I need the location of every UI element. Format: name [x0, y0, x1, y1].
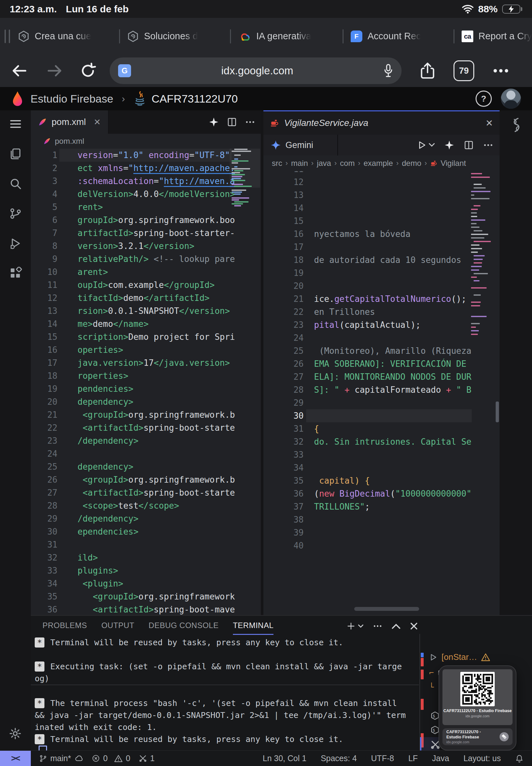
- code-line: 38: [263, 513, 500, 526]
- cursor-position[interactable]: Ln 30, Col 1: [263, 754, 307, 763]
- run-button[interactable]: [417, 140, 435, 150]
- remote-indicator[interactable]: ><: [0, 751, 31, 766]
- notifications-bell-icon[interactable]: [515, 754, 524, 763]
- language-mode[interactable]: Java: [432, 754, 449, 763]
- code-line: 26 <groupId>org.springframework.b: [31, 473, 261, 486]
- code-line: 15: [263, 214, 500, 227]
- help-button[interactable]: ?: [476, 91, 492, 107]
- code-editor-pom[interactable]: 1version="1.0" encoding="UTF-8"2ect xmln…: [31, 149, 261, 615]
- close-panel-icon[interactable]: [410, 622, 418, 630]
- browser-tab-account-recovery[interactable]: F Account Rec: [347, 30, 450, 42]
- explorer-icon[interactable]: [9, 147, 22, 160]
- code-line: 36 <artifactId>spring-boot-mave: [31, 603, 261, 615]
- menu-icon[interactable]: [9, 117, 22, 130]
- code-line: 33: [263, 448, 500, 461]
- gemini-rail-icon[interactable]: [509, 117, 523, 132]
- screen: 12:23 a.m. Lun 16 de feb 88% Crea una cu…: [0, 0, 532, 766]
- share-icon[interactable]: [420, 62, 435, 80]
- code-line: 22 <artifactId>spring-boot-starte: [31, 421, 261, 434]
- encoding[interactable]: UTF-8: [371, 754, 394, 763]
- reload-button[interactable]: [80, 63, 96, 79]
- run-debug-icon[interactable]: [9, 237, 22, 250]
- code-editor-java[interactable]: 111213141516nyectamos la bóveda1718de au…: [263, 171, 500, 616]
- source-control-icon[interactable]: [9, 207, 22, 220]
- search-icon[interactable]: [9, 177, 22, 190]
- preview-link-row[interactable]: CAFR731122U70 - Estudio Firebase idx.goo…: [442, 728, 513, 745]
- tab-terminal[interactable]: TERMINAL: [233, 621, 273, 635]
- task-item-hidden[interactable]: $_: [430, 725, 440, 735]
- code-line: 11oupId>com.example</groupId>: [31, 278, 261, 291]
- product-title[interactable]: Estudio Firebase: [30, 92, 113, 105]
- mic-icon[interactable]: [383, 64, 393, 78]
- breadcrumb-item[interactable]: java: [317, 159, 331, 168]
- breadcrumb[interactable]: src›main›java›com›example›demo›Vigilant: [263, 155, 500, 171]
- task-item-hidden[interactable]: $_: [430, 711, 440, 720]
- activity-bar: [0, 110, 31, 750]
- back-button[interactable]: [11, 63, 28, 79]
- code-line: 30: [263, 409, 500, 422]
- browser-tab-ia-generativa[interactable]: IA generativa: [235, 31, 339, 42]
- extensions-icon[interactable]: [9, 267, 22, 280]
- gemini-sparkle-icon[interactable]: [209, 117, 219, 127]
- split-editor-icon[interactable]: [227, 117, 237, 127]
- horizontal-scrollbar[interactable]: [354, 607, 419, 611]
- breadcrumb-item[interactable]: example: [364, 159, 393, 168]
- gemini-sparkle-icon[interactable]: [444, 140, 454, 150]
- avatar[interactable]: [501, 89, 521, 109]
- battery-percent: 88%: [478, 4, 498, 15]
- keyboard-layout[interactable]: Layout: us: [464, 754, 501, 763]
- forward-button[interactable]: [46, 63, 63, 79]
- google-cloud-icon: [238, 31, 251, 42]
- tab-count-button[interactable]: 79: [453, 60, 474, 81]
- breadcrumb-item[interactable]: Vigilant: [441, 159, 466, 168]
- indentation[interactable]: Spaces: 4: [321, 754, 357, 763]
- code-line: 23/dependency>: [31, 434, 261, 447]
- minimap[interactable]: [231, 149, 259, 207]
- panel-more-icon[interactable]: [373, 624, 382, 628]
- breadcrumb[interactable]: pom.xml: [31, 134, 261, 149]
- breadcrumb-item[interactable]: com: [340, 159, 355, 168]
- browser-tab-report-crypto[interactable]: ca Report a Cry: [458, 30, 532, 42]
- tab-output[interactable]: OUTPUT: [101, 621, 134, 635]
- browser-tab-crea-una-cuenta[interactable]: Crea una cue: [15, 30, 115, 42]
- code-line: 30ependencies>: [31, 525, 261, 538]
- minimap[interactable]: [470, 173, 497, 342]
- browser-menu-icon[interactable]: [492, 67, 509, 74]
- firebase-logo-icon: [11, 91, 24, 106]
- task-item-onstart[interactable]: [onStar…: [429, 652, 490, 662]
- breadcrumb-item[interactable]: src: [272, 159, 282, 168]
- tab-pom-xml[interactable]: pom.xml ✕: [31, 110, 108, 134]
- code-line: 5rent>: [31, 201, 261, 213]
- tab-problems[interactable]: PROBLEMS: [42, 621, 87, 635]
- browser-tab-soluciones[interactable]: Soluciones d: [124, 30, 226, 42]
- code-line: 23pital(capitalActual);: [263, 318, 500, 331]
- more-actions-icon[interactable]: [483, 143, 493, 147]
- terminal-output[interactable]: *Terminal will be reused by tasks, press…: [31, 637, 419, 751]
- breadcrumb-item[interactable]: demo: [402, 159, 421, 168]
- problems-indicator[interactable]: 0 0: [92, 754, 130, 763]
- branch-indicator[interactable]: main*: [39, 754, 83, 763]
- translate-icon[interactable]: G: [118, 64, 131, 77]
- maximize-panel-icon[interactable]: [392, 623, 400, 629]
- workspace-preview-card[interactable]: CAFR731122U70 - Estudio Firebase idx.goo…: [439, 665, 516, 750]
- url-bar[interactable]: G idx.google.com: [110, 57, 402, 84]
- code-line: 19pendencies>: [31, 382, 261, 395]
- more-actions-icon[interactable]: [245, 120, 255, 124]
- code-line: 13: [263, 188, 500, 201]
- vertical-scrollbar[interactable]: [496, 402, 499, 422]
- split-editor-icon[interactable]: [464, 140, 474, 150]
- settings-gear-icon[interactable]: [9, 727, 22, 740]
- maven-file-icon: [43, 137, 51, 145]
- code-line: 35 <groupId>org.springframework: [31, 590, 261, 603]
- close-icon[interactable]: ✕: [94, 117, 101, 127]
- code-line: 8version>3.2.1</version>: [31, 239, 261, 252]
- new-terminal-button[interactable]: [346, 622, 363, 631]
- gemini-button[interactable]: Gemini: [263, 135, 337, 155]
- code-line: 12: [263, 176, 500, 188]
- tab-debug-console[interactable]: DEBUG CONSOLE: [149, 621, 219, 635]
- code-line: 21ice.getCapitalTotalNumerico();: [263, 292, 500, 305]
- breadcrumb-item[interactable]: main: [291, 159, 308, 168]
- eol[interactable]: LF: [408, 754, 418, 763]
- close-icon[interactable]: ✕: [486, 118, 493, 128]
- tasks-indicator[interactable]: 1: [139, 754, 155, 763]
